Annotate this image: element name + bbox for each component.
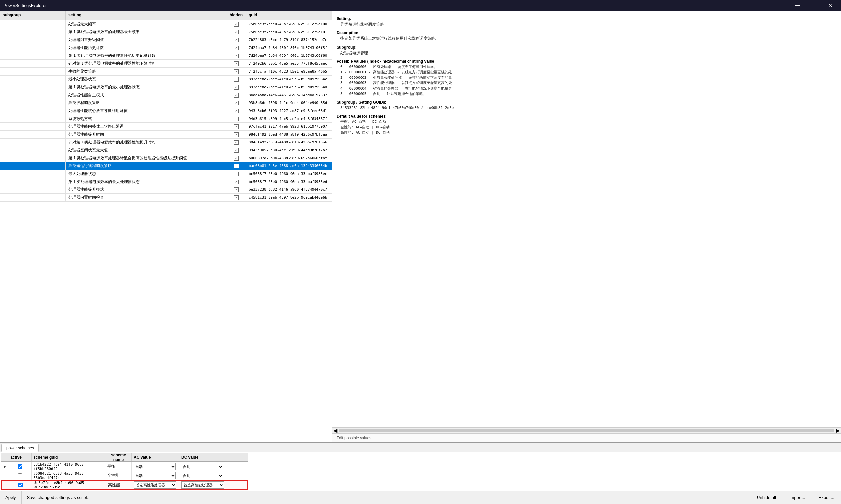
table-row[interactable]: 处理器性能自主模式8baa4a8a-14c6-4451-8e8b-14bdbd1… [0, 91, 331, 99]
hidden-checkbox[interactable] [234, 46, 239, 50]
save-button[interactable]: Save changed settings as script... [22, 491, 96, 504]
cell-hidden[interactable] [226, 75, 246, 83]
hidden-checkbox[interactable] [234, 195, 239, 200]
table-row[interactable]: 异类线程调度策略93b8b6dc-0698-4d1c-9ee4-0644e900… [0, 99, 331, 107]
ps-active-cell[interactable] [8, 462, 32, 471]
cell-hidden[interactable] [226, 186, 246, 193]
table-row[interactable]: 处理器最大频率75b0ae3f-bce0-45a7-8c89-c9611c25e… [0, 20, 331, 28]
cell-hidden[interactable] [226, 44, 246, 52]
dc-select[interactable]: 自动首选高性能处理器 [182, 481, 224, 489]
dc-select[interactable]: 自动首选高性能处理器 [181, 463, 223, 470]
table-row[interactable]: 第 1 类处理器电源效率的处理器最大频率75b0ae3f-bce0-45a7-8… [0, 28, 331, 36]
hidden-checkbox[interactable] [234, 164, 239, 168]
cell-hidden[interactable] [226, 170, 246, 178]
settings-table-body[interactable]: 处理器最大频率75b0ae3f-bce0-45a7-8c89-c9611c25e… [0, 20, 331, 442]
cell-hidden[interactable] [226, 99, 246, 107]
ps-ac-cell[interactable]: 自动首选高性能处理器 [132, 471, 179, 480]
table-row[interactable]: 系统散热方式94d3a615-a899-4ac5-ae2b-e4d8f63436… [0, 115, 331, 123]
edit-possible-values-label[interactable]: Edit possible values... [337, 436, 375, 440]
dc-select[interactable]: 自动首选高性能处理器 [181, 472, 223, 479]
active-checkbox[interactable] [18, 473, 22, 478]
hidden-checkbox[interactable] [234, 172, 239, 176]
cell-hidden[interactable] [226, 194, 246, 201]
unhide-all-button[interactable]: Unhide all [750, 491, 783, 504]
table-row[interactable]: 最大处理器状态bc5038f7-23e0-4960-96da-33abaf593… [0, 170, 331, 178]
ps-ac-cell[interactable]: 自动首选高性能处理器 [133, 481, 180, 489]
table-row[interactable]: 生效的异类策略7f2f5cfa-f10c-4823-b5e1-e93ae85f4… [0, 68, 331, 75]
table-row[interactable]: 处理器性能内核休止软停止延迟97cfac41-2217-47eb-992d-61… [0, 123, 331, 131]
hidden-checkbox[interactable] [234, 38, 239, 42]
cell-hidden[interactable] [226, 139, 246, 146]
hidden-checkbox[interactable] [234, 85, 239, 90]
expand-arrow-icon[interactable]: ▶ [4, 465, 6, 468]
ps-active-cell[interactable] [8, 471, 32, 480]
cell-hidden[interactable] [226, 162, 246, 170]
hidden-checkbox[interactable] [234, 132, 239, 137]
ac-select[interactable]: 自动首选高性能处理器 [134, 481, 176, 489]
import-button[interactable]: Import... [783, 491, 812, 504]
ps-dc-cell[interactable]: 自动首选高性能处理器 [179, 471, 227, 480]
ps-dc-cell[interactable]: 自动首选高性能处理器 [180, 481, 228, 489]
cell-hidden[interactable] [226, 36, 246, 44]
apply-button[interactable]: Apply [0, 491, 22, 504]
hidden-checkbox[interactable] [234, 69, 239, 74]
table-row[interactable]: 第 1 类处理器电源效率处理器计数会提高的处理器性能级别提升阈值b000397d… [0, 154, 331, 162]
active-checkbox[interactable] [18, 483, 23, 487]
table-row[interactable]: 异类短运行线程调度策略bae08b81-2d5e-4688-ad6a-13243… [0, 162, 331, 170]
hidden-checkbox[interactable] [234, 180, 239, 184]
cell-hidden[interactable] [226, 131, 246, 138]
table-row[interactable]: 处理器闲置升级阈值7b224883-b3cc-4d79-819f-8374152… [0, 36, 331, 44]
cell-hidden[interactable] [226, 52, 246, 59]
ps-table-row[interactable]: ▶381b4222-f694-41f0-9685-ff5bb260df2e平衡自… [1, 462, 248, 471]
hidden-checkbox[interactable] [234, 101, 239, 105]
hidden-checkbox[interactable] [234, 140, 239, 145]
table-row[interactable]: 第 1 类处理器电源效率的最小处理器状态893dee8e-2bef-41e0-8… [0, 84, 331, 91]
table-row[interactable]: 处理器性能提升时间984cf492-3bed-4488-a8f9-4286c97… [0, 131, 331, 139]
hidden-checkbox[interactable] [234, 77, 239, 82]
active-checkbox[interactable] [18, 464, 22, 469]
cell-hidden[interactable] [226, 20, 246, 28]
maximize-button[interactable]: □ [806, 0, 821, 11]
cell-hidden[interactable] [226, 123, 246, 130]
cell-hidden[interactable] [226, 178, 246, 185]
hidden-checkbox[interactable] [234, 187, 239, 192]
cell-hidden[interactable] [226, 28, 246, 36]
cell-hidden[interactable] [226, 154, 246, 162]
ps-ac-cell[interactable]: 自动首选高性能处理器 [132, 462, 179, 471]
hidden-checkbox[interactable] [234, 124, 239, 129]
edit-possible-values[interactable]: Edit possible values... [332, 433, 841, 442]
cell-hidden[interactable] [226, 60, 246, 67]
cell-hidden[interactable] [226, 91, 246, 99]
close-button[interactable]: ✕ [823, 0, 838, 11]
cell-hidden[interactable] [226, 115, 246, 123]
cell-hidden[interactable] [226, 107, 246, 114]
table-row[interactable]: 针对第 1 类处理器电源效率的处理器性能下降时间7f2492b6-60b1-45… [0, 60, 331, 68]
scroll-right-icon[interactable]: ▶ [836, 428, 840, 434]
hidden-checkbox[interactable] [234, 156, 239, 161]
power-schemes-tab[interactable]: power schemes [1, 444, 39, 452]
table-row[interactable]: 针对第 1 类处理器电源效率的处理器性能提升时间984cf492-3bed-44… [0, 139, 331, 146]
cell-hidden[interactable] [226, 68, 246, 75]
ps-table-row[interactable]: b6084c21-c838-4a53-9458-56b3dadf4f7d全性能自… [1, 471, 248, 480]
hidden-checkbox[interactable] [234, 116, 239, 121]
table-row[interactable]: 第 1 类处理器电源效率的处理器性能历史记录计数7d24baa7-0b84-48… [0, 52, 331, 60]
ps-dc-cell[interactable]: 自动首选高性能处理器 [179, 462, 227, 471]
scroll-left-icon[interactable]: ◀ [333, 428, 337, 434]
table-row[interactable]: 处理器闲置时间检查c4581c31-89ab-4597-8e2b-9c9cab4… [0, 194, 331, 202]
hidden-checkbox[interactable] [234, 54, 239, 58]
hidden-checkbox[interactable] [234, 30, 239, 35]
hidden-checkbox[interactable] [234, 61, 239, 66]
hidden-checkbox[interactable] [234, 93, 239, 97]
info-panel-scrollbar[interactable]: ◀ ▶ [332, 428, 841, 433]
export-button[interactable]: Export... [812, 491, 841, 504]
table-row[interactable]: 处理器性能核心放置过度利用阈值943c8cb6-6f93-4227-ad87-e… [0, 107, 331, 115]
table-row[interactable]: 第 1 类处理器电源效率的最大处理器状态bc5038f7-23e0-4960-9… [0, 178, 331, 186]
cell-hidden[interactable] [226, 146, 246, 154]
table-row[interactable]: 处理器性能历史计数7d24baa7-0b84-480f-840c-1b0743c… [0, 44, 331, 52]
hidden-checkbox[interactable] [234, 148, 239, 153]
table-row[interactable]: 处理器空闲状态最大值9943e905-9a30-4ec1-9b99-44dd3b… [0, 146, 331, 154]
cell-hidden[interactable] [226, 84, 246, 91]
minimize-button[interactable]: — [790, 0, 805, 11]
ps-active-cell[interactable] [9, 481, 32, 489]
ps-table-row[interactable]: 8c5e7fda-e8bf-4a96-9a85-a6e23a8c635c高性能自… [1, 480, 248, 489]
